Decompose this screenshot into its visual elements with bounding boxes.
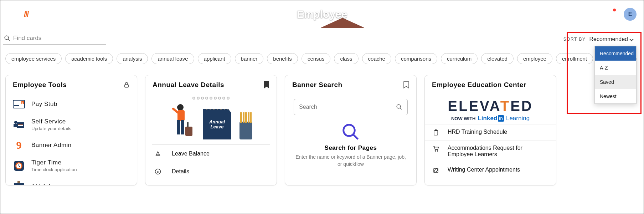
svg-point-27 [344, 125, 355, 136]
banner-search-input[interactable] [299, 104, 396, 110]
chip[interactable]: comparisons [395, 53, 437, 64]
svg-rect-11 [18, 125, 23, 126]
filter-chips: employee services academic tools analysi… [0, 45, 644, 64]
edit-icon [433, 167, 439, 174]
bookmark-icon[interactable] [403, 81, 409, 88]
banner-search-sub: Enter the name or keyword of a Banner pa… [294, 154, 408, 168]
svg-point-8 [14, 121, 17, 124]
card-banner-search: Banner Search Search for Pages Enter the… [285, 75, 417, 185]
tool-link-paystub[interactable]: $ Pay Stub [6, 95, 137, 114]
svg-rect-21 [177, 120, 180, 134]
chip[interactable]: benefits [267, 53, 298, 64]
svg-rect-16 [17, 181, 20, 183]
search-icon [4, 35, 10, 41]
cart-icon [433, 146, 439, 152]
card-title: Banner Search [292, 81, 342, 89]
chip[interactable]: banner [235, 53, 264, 64]
chip[interactable]: employee services [5, 53, 62, 64]
find-cards-input[interactable] [13, 35, 105, 42]
logo-slashes: /// [24, 10, 28, 19]
svg-rect-23 [185, 127, 192, 136]
banneradmin-icon: 9 [13, 140, 25, 151]
chip[interactable]: applicant [198, 53, 231, 64]
svg-text:$: $ [22, 101, 24, 105]
header-actions: E [589, 8, 637, 21]
calendar-icon[interactable] [589, 10, 598, 19]
svg-rect-2 [125, 85, 129, 87]
sort-dropdown-menu: Recommended A-Z Saved Newest [594, 46, 637, 104]
sort-option-recommended[interactable]: Recommended [595, 46, 636, 61]
svg-point-30 [435, 151, 436, 151]
svg-point-26 [397, 105, 401, 108]
page-title: Employee [0, 8, 644, 20]
svg-rect-0 [591, 12, 597, 17]
sort-option-saved[interactable]: Saved [595, 75, 636, 89]
chip[interactable]: enrollment [556, 53, 593, 64]
svg-rect-9 [14, 124, 18, 127]
card-title: Employee Education Center [432, 81, 526, 89]
tool-link-tigertime[interactable]: Tiger TimeTime clock application [6, 155, 137, 177]
chevron-down-icon [629, 37, 633, 41]
tigertime-icon [13, 160, 25, 171]
svg-rect-20 [177, 110, 185, 121]
avatar[interactable]: E [624, 8, 637, 21]
chip[interactable]: elevated [481, 53, 514, 64]
info-icon [155, 168, 161, 175]
svg-point-19 [177, 104, 184, 111]
svg-point-31 [437, 151, 438, 151]
annual-leave-illustration: AnnualLeave [145, 95, 277, 144]
svg-rect-22 [181, 120, 184, 134]
chip[interactable]: academic tools [65, 53, 113, 64]
chip[interactable]: analysis [117, 53, 148, 64]
paystub-icon: $ [13, 99, 25, 109]
chip[interactable]: annual leave [151, 53, 194, 64]
svg-rect-10 [18, 124, 23, 124]
calendar-rings-decoration [192, 97, 230, 100]
card-title: Employee Tools [13, 81, 67, 89]
big-search-icon [285, 122, 416, 142]
leave-link-details[interactable]: Details [145, 163, 277, 180]
tool-link-selfservice[interactable]: Self ServiceUpdate your details [6, 114, 137, 136]
chip[interactable]: census [302, 53, 331, 64]
notifications-icon[interactable] [607, 9, 615, 19]
education-link[interactable]: HRD Training Schedule [425, 124, 556, 140]
svg-point-1 [5, 36, 9, 40]
chip[interactable]: coache [362, 53, 391, 64]
svg-rect-24 [187, 122, 189, 127]
sort-dropdown-trigger[interactable]: Recommended [589, 36, 633, 42]
search-icon[interactable] [396, 104, 402, 110]
education-link[interactable]: Accommodations Request for Employee Lear… [425, 140, 556, 162]
svg-rect-6 [14, 105, 19, 106]
education-link[interactable]: Writing Center Appointments [425, 162, 556, 178]
leave-link-balance[interactable]: Leave Balance [145, 145, 277, 163]
card-annual-leave: Annual Leave Details [145, 75, 277, 185]
search-row: SORT BY Recommended [0, 28, 644, 45]
menu-icon[interactable] [7, 11, 16, 18]
banner-search-heading: Search for Pages [285, 144, 416, 152]
tool-link-banneradmin[interactable]: 9 Banner Admin [6, 136, 137, 155]
sort-control: SORT BY Recommended [563, 36, 641, 42]
find-cards-search[interactable] [3, 33, 106, 45]
tool-link-aujobs[interactable]: WE'REHIRING AU Jobs [6, 177, 137, 185]
cards-container: Employee Tools $ Pay Stub Self ServiceUp… [0, 64, 644, 185]
chip[interactable]: curriculum [441, 53, 478, 64]
card-education-center: Employee Education Center ELEVATED NOW W… [424, 75, 556, 185]
clipboard-icon [433, 129, 439, 136]
selfservice-icon [13, 119, 25, 130]
lock-icon[interactable] [123, 82, 130, 88]
balance-icon [155, 151, 161, 157]
banner-search-field[interactable] [294, 99, 408, 115]
sort-option-newest[interactable]: Newest [595, 89, 636, 103]
app-logo[interactable]: /// AU ACCESS [24, 9, 97, 20]
sort-label: SORT BY [563, 37, 586, 42]
card-title: Annual Leave Details [153, 81, 224, 89]
sort-option-az[interactable]: A-Z [595, 61, 636, 75]
elevated-logo: ELEVATED NOW WITH Linkedin Learning [425, 95, 556, 124]
bookmark-filled-icon[interactable] [264, 81, 269, 88]
chip[interactable]: class [334, 53, 358, 64]
svg-text:WE'RE: WE'RE [15, 185, 22, 185]
aujobs-icon: WE'REHIRING [13, 181, 25, 185]
notification-dot [613, 9, 616, 11]
chip[interactable]: employee [517, 53, 552, 64]
card-employee-tools: Employee Tools $ Pay Stub Self ServiceUp… [5, 75, 137, 185]
